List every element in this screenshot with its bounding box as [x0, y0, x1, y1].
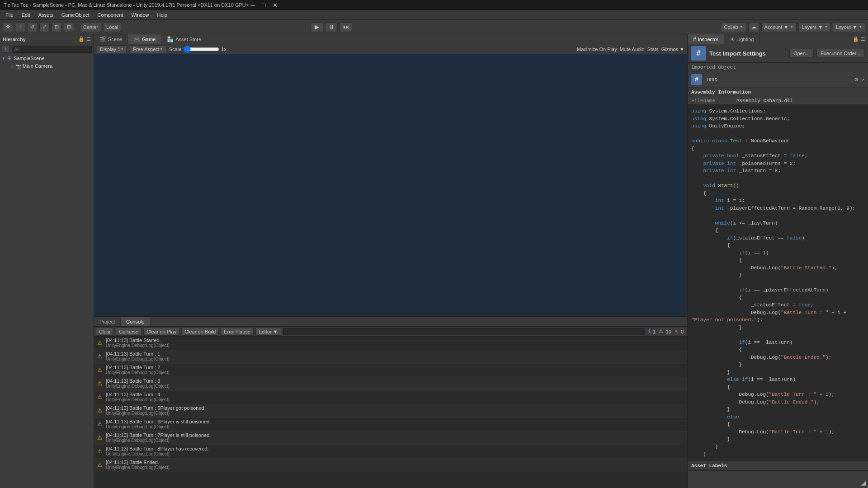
aspect-dropdown[interactable]: Free Aspect ▼ — [130, 45, 166, 53]
console-log-row[interactable]: ⚠ [04:11:13] Battle Ended. UnityEngine.D… — [94, 459, 687, 472]
collab-button[interactable]: Collab ▼ — [721, 22, 746, 32]
hierarchy-camera-row[interactable]: ▷ 📷 Main Camera — [0, 62, 94, 70]
menu-assets[interactable]: Assets — [35, 11, 57, 19]
stats-btn[interactable]: Stats — [647, 47, 659, 52]
hierarchy-tab[interactable]: Hierarchy — [3, 37, 26, 42]
local-toggle-button[interactable]: Local — [103, 22, 121, 32]
code-line-field1: private bool _statusEffect = false; — [691, 152, 864, 160]
console-log-row[interactable]: ⚠ [04:11:13] Battle Turn : 7Player is st… — [94, 432, 687, 445]
close-button[interactable]: ✕ — [271, 2, 279, 9]
clear-on-build-button[interactable]: Clear on Build — [181, 328, 219, 336]
console-counts: ℹ 1 ⚠ 10 ✕ 0 — [647, 328, 686, 334]
console-log-row[interactable]: ⚠ [04:11:13] Battle Started. UnityEngine… — [94, 337, 687, 350]
collab-arrow: ▼ — [740, 25, 743, 29]
menu-component[interactable]: Component — [94, 11, 127, 19]
code-line-if-effected-close: } — [691, 324, 864, 332]
console-warning-icon: ⚠ — [96, 433, 104, 441]
gizmos-dropdown[interactable]: Gizmos ▼ — [661, 47, 684, 52]
hierarchy-search-input[interactable] — [12, 46, 92, 53]
console-search-input[interactable] — [283, 328, 645, 335]
inspector-menu-icon[interactable]: ☰ — [861, 36, 865, 42]
scale-container: Scale 1x — [169, 47, 226, 52]
layout-button[interactable]: Layout ▼ ▼ — [833, 22, 865, 32]
execution-order-button[interactable]: Execution Order... — [816, 49, 864, 58]
console-log-row[interactable]: ⚠ [04:11:13] Battle Turn : 3 UnityEngine… — [94, 377, 687, 391]
inspector-lock-icon[interactable]: 🔒 — [853, 36, 859, 42]
menu-gameobject[interactable]: GameObject — [58, 11, 93, 19]
step-button[interactable]: ⏭ — [340, 22, 352, 32]
tab-inspector[interactable]: # Inspector — [688, 34, 724, 44]
console-log-row[interactable]: ⚠ [04:11:13] Battle Turn : 6Player is st… — [94, 418, 687, 432]
imported-object-row: # Test ⚙ ↗ — [688, 72, 868, 87]
tab-project[interactable]: Project — [94, 317, 121, 326]
maximize-button[interactable]: □ — [260, 2, 267, 9]
account-button[interactable]: Account ▼ ▼ — [761, 22, 797, 32]
mute-audio-btn[interactable]: Mute Audio — [620, 47, 645, 52]
console-log-main: [04:11:13] Battle Started. — [106, 338, 685, 343]
console-log-row[interactable]: ⚠ [04:11:13] Battle Turn : 5Player got p… — [94, 404, 687, 418]
play-button[interactable]: ▶ — [311, 22, 323, 32]
console-log-text: [04:11:13] Battle Turn : 7Player is stil… — [106, 432, 685, 443]
console-log-main: [04:11:13] Battle Turn : 3 — [106, 378, 685, 384]
console-log-row[interactable]: ⚠ [04:11:13] Battle Turn : 8Player has r… — [94, 445, 687, 459]
menu-help[interactable]: Help — [153, 11, 171, 19]
hierarchy-add-button[interactable]: + — [2, 46, 10, 53]
menu-file[interactable]: File — [2, 11, 17, 19]
display-dropdown[interactable]: Display 1 ▼ — [97, 45, 127, 53]
hierarchy-lock-icon[interactable]: 🔒 — [78, 36, 85, 42]
scale-tool-button[interactable]: ⤢ — [39, 22, 50, 32]
editor-dropdown[interactable]: Editor ▼ — [255, 328, 281, 336]
clear-on-play-button[interactable]: Clear on Play — [143, 328, 179, 336]
console-log-text: [04:11:13] Battle Turn : 5Player got poi… — [106, 405, 685, 416]
collapse-button[interactable]: Collapse — [116, 328, 142, 336]
layers-button[interactable]: Layers ▼ ▼ — [798, 22, 831, 32]
console-log-main: [04:11:13] Battle Turn : 6Player is stil… — [106, 419, 685, 424]
minimize-button[interactable]: ─ — [249, 2, 256, 9]
hierarchy-scene-row[interactable]: ▼ ⊞ SampleScene ⋯ — [0, 54, 94, 62]
obj-open-icon[interactable]: ↗ — [861, 76, 864, 83]
open-button[interactable]: Open... — [789, 49, 814, 58]
scene-triangle-icon: ▼ — [2, 56, 5, 61]
rect-tool-button[interactable]: ⊡ — [52, 22, 62, 32]
tab-scene[interactable]: 🎬 Scene — [94, 34, 128, 44]
console-tab-label: Console — [126, 319, 144, 324]
tab-game[interactable]: 🎮 Game — [128, 34, 161, 44]
hierarchy-menu-icon[interactable]: ☰ — [86, 36, 91, 42]
center-toggle-button[interactable]: Center — [80, 22, 101, 32]
rotate-tool-button[interactable]: ↺ — [27, 22, 38, 32]
warning-icon: ⚠ — [659, 328, 663, 334]
scale-slider[interactable] — [183, 47, 219, 52]
console-log-row[interactable]: ⚠ [04:11:13] Battle Turn : 1 UnityEngine… — [94, 350, 687, 364]
console-log-text: [04:11:13] Battle Turn : 3 UnityEngine.D… — [106, 378, 685, 389]
error-pause-button[interactable]: Error Pause — [221, 328, 254, 336]
console-log-row[interactable]: ⚠ [04:11:13] Battle Turn : 2 UnityEngine… — [94, 364, 687, 377]
main-layout: Hierarchy 🔒 ☰ + ▼ ⊞ SampleScene ⋯ ▷ 📷 Ma… — [0, 34, 868, 488]
hand-tool-button[interactable]: ✥ — [3, 22, 13, 32]
menu-edit[interactable]: Edit — [18, 11, 34, 19]
menu-window[interactable]: Window — [127, 11, 152, 19]
cloud-button[interactable]: ☁ — [748, 22, 760, 32]
center-label: Center — [83, 24, 98, 30]
resize-handle-icon[interactable]: ◢ — [861, 479, 866, 486]
transform-tool-button[interactable]: ⊞ — [64, 22, 74, 32]
hierarchy-scene-menu-icon[interactable]: ⋯ — [87, 56, 92, 61]
scene-name-label: SampleScene — [14, 56, 45, 61]
asset-store-tab-label: Asset Store — [175, 37, 201, 42]
assembly-header: Assembly Information — [688, 87, 868, 97]
tab-console[interactable]: Console — [121, 317, 150, 326]
maximize-on-play-btn[interactable]: Maximize On Play — [577, 47, 617, 52]
hierarchy-header-icons: 🔒 ☰ — [78, 36, 91, 42]
move-tool-button[interactable]: ⊹ — [15, 22, 25, 32]
console-log-text: [04:11:13] Battle Ended. UnityEngine.Deb… — [106, 460, 685, 470]
console-log-row[interactable]: ⚠ [04:11:13] Battle Turn : 4 UnityEngine… — [94, 391, 687, 404]
window-controls: ─ □ ✕ — [249, 2, 279, 9]
obj-settings-icon[interactable]: ⚙ — [854, 76, 858, 83]
clear-button[interactable]: Clear — [96, 328, 114, 336]
scene-right-controls: Maximize On Play Mute Audio Stats Gizmos… — [577, 47, 684, 52]
code-line-blank-2 — [691, 175, 864, 183]
tab-asset-store[interactable]: 🏪 Asset Store — [161, 34, 207, 44]
code-line-if-i1-open: { — [691, 257, 864, 264]
console-log-sub: UnityEngine.Debug:Log(Object) — [106, 357, 685, 361]
tab-lighting[interactable]: ☀ Lighting — [724, 34, 760, 44]
pause-button[interactable]: ⏸ — [325, 22, 338, 32]
